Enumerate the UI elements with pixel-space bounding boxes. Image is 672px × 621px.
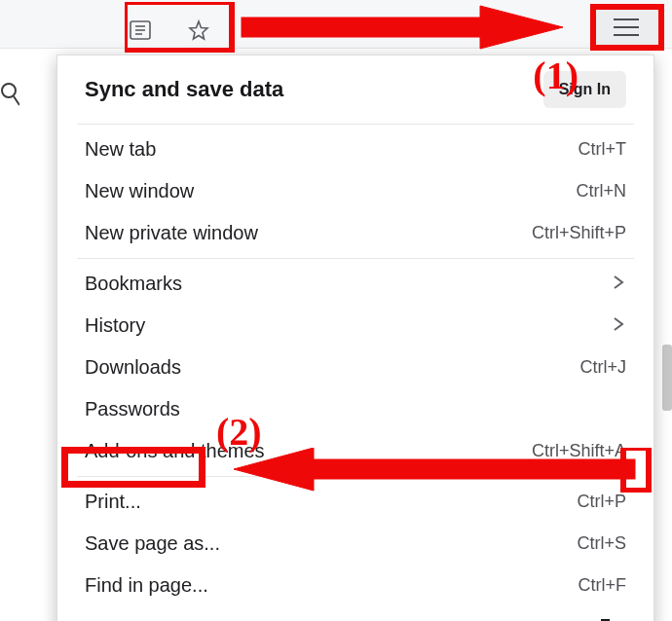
menu-item-label: History [85,314,145,337]
search-icon [0,80,19,109]
menu-item-label: Save page as... [85,532,220,555]
menu-item-shortcut: Ctrl+F [579,575,627,596]
fullscreen-icon[interactable] [599,617,626,621]
menu-item-new-private-window[interactable]: New private window Ctrl+Shift+P [57,212,653,254]
menu-item-passwords[interactable]: Passwords [57,388,653,430]
menu-divider [77,124,634,125]
menu-item-new-window[interactable]: New window Ctrl+N [57,170,653,212]
menu-item-shortcut: Ctrl+J [579,357,626,378]
menu-item-shortcut: Ctrl+P [577,492,626,512]
menu-item-label: Find in page... [85,574,208,597]
menu-item-shortcut: Ctrl+Shift+A [532,441,626,461]
menu-item-label: Passwords [85,398,180,420]
menu-item-addons-themes[interactable]: Add-ons and themes Ctrl+Shift+A [57,430,653,472]
menu-item-label: New private window [85,222,258,244]
menu-item-zoom: Zoom 100% [57,606,653,621]
menu-item-find-in-page[interactable]: Find in page... Ctrl+F [57,565,653,606]
menu-item-shortcut: Ctrl+S [577,533,626,554]
menu-divider [77,258,634,259]
menu-item-label: New tab [85,138,156,161]
sync-title: Sync and save data [85,77,283,102]
menu-item-shortcut: Ctrl+N [576,181,626,201]
sign-in-button[interactable]: Sign In [543,71,626,108]
zoom-out-button[interactable] [435,616,465,621]
menu-item-print[interactable]: Print... Ctrl+P [57,481,653,523]
bookmark-star-icon[interactable] [185,18,212,43]
menu-item-new-tab[interactable]: New tab Ctrl+T [57,128,653,170]
menu-item-shortcut: Ctrl+T [579,139,627,160]
menu-item-label: Bookmarks [85,273,182,295]
menu-item-label: Print... [85,491,141,513]
browser-toolbar [0,0,672,49]
menu-item-shortcut: Ctrl+Shift+P [532,223,626,243]
chevron-right-icon [611,314,626,337]
menu-item-save-page-as[interactable]: Save page as... Ctrl+S [57,523,653,565]
svg-line-5 [14,96,19,105]
svg-point-4 [2,84,16,97]
menu-item-downloads[interactable]: Downloads Ctrl+J [57,347,653,388]
menu-item-bookmarks[interactable]: Bookmarks [57,263,653,305]
application-menu: Sync and save data Sign In New tab Ctrl+… [56,55,654,621]
reading-list-icon[interactable] [127,18,154,43]
chevron-right-icon [611,273,626,295]
menu-header: Sync and save data Sign In [57,55,653,120]
hamburger-menu-button[interactable] [594,8,658,47]
menu-item-label: Add-ons and themes [85,440,265,462]
menu-item-label: Downloads [85,356,181,379]
menu-item-history[interactable]: History [57,305,653,347]
scrollbar-thumb[interactable] [662,345,672,411]
zoom-in-button[interactable] [552,616,581,621]
menu-divider [77,476,634,477]
menu-item-label: New window [85,180,194,202]
